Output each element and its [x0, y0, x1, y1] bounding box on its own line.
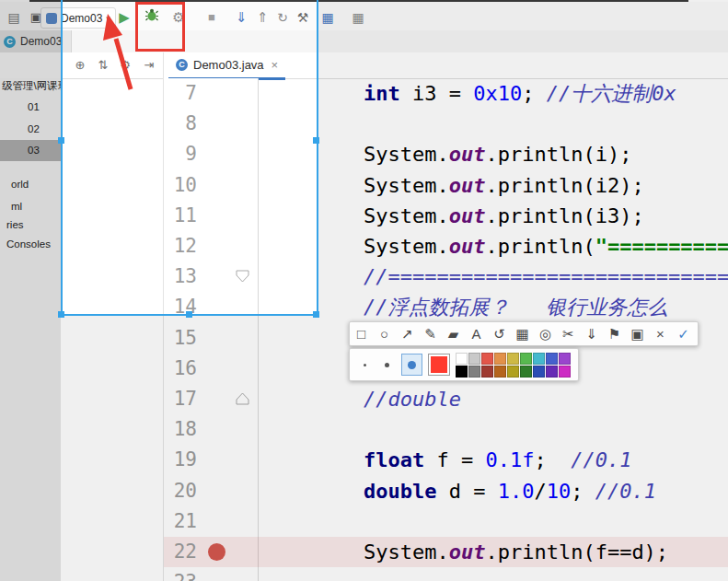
breakpoint-icon[interactable] [208, 543, 225, 561]
arrow-tool-icon[interactable]: ↗ [396, 322, 419, 345]
palette-color-swatch[interactable] [494, 366, 506, 378]
structure-grid-icon[interactable]: ▦ [348, 7, 368, 28]
code-text: float f = 0.1f; //0.1 [266, 445, 631, 475]
palette-color-swatch[interactable] [559, 366, 571, 378]
stroke-size-small[interactable] [357, 356, 374, 373]
hide-panel-icon[interactable]: ⇥ [141, 57, 157, 74]
cancel-icon[interactable]: × [649, 322, 672, 345]
code-text: //浮点数拓展？ 银行业务怎么 [266, 292, 667, 322]
save-icon[interactable]: ⇓ [580, 322, 603, 345]
fold-marker-icon[interactable] [236, 392, 249, 409]
code-line-14: 14 //浮点数拓展？ 银行业务怎么 [0, 292, 728, 322]
code-line-9: 9 System.out.println(i); [0, 139, 728, 169]
magnifier-icon[interactable]: ◎ [534, 322, 557, 345]
selection-handle-bottom[interactable] [186, 311, 192, 318]
line-number: 11 [164, 201, 197, 231]
build-icon[interactable]: ⚒ [293, 7, 313, 28]
palette-color-swatch[interactable] [507, 353, 519, 365]
pencil-tool-icon[interactable]: ✎ [419, 322, 442, 345]
palette-color-swatch[interactable] [533, 366, 545, 378]
ide-screenshot: Demo03 ▾ ▤▣▶⚙■⇓⇑↻⚒▦▦ C Demo03 C Demo03.j… [0, 0, 728, 581]
selection-handle-left[interactable] [58, 137, 64, 144]
line-number: 17 [164, 384, 197, 414]
line-number: 21 [164, 506, 197, 537]
palette-color-swatch[interactable] [507, 366, 519, 378]
editor-tab-demo03[interactable]: C Demo03.java × [168, 52, 285, 80]
mosaic-tool-icon[interactable]: ▦ [511, 322, 534, 345]
palette-color-swatch[interactable] [520, 353, 532, 365]
stop-icon[interactable]: ■ [202, 7, 222, 28]
code-text: System.out.println(i2); [266, 170, 644, 201]
copy-icon[interactable]: ▣ [626, 322, 649, 345]
marker-tool-icon[interactable]: ▰ [442, 322, 465, 345]
code-text: int i3 = 0x10; //十六进制0x [266, 78, 676, 109]
history-icon[interactable]: ↻ [272, 7, 293, 28]
code-line-23: 23 [0, 567, 728, 581]
confirm-icon[interactable]: ✓ [672, 322, 695, 345]
fold-marker-icon[interactable] [236, 270, 249, 286]
annotation-rectangle [135, 2, 185, 52]
code-text: System.out.println(f==d); [266, 537, 668, 567]
palette-color-swatch[interactable] [456, 353, 468, 365]
code-text: System.out.println(i3); [266, 201, 644, 231]
code-line-12: 12 System.out.println("=================… [0, 231, 728, 261]
line-number: 19 [164, 445, 197, 475]
line-number: 20 [164, 476, 197, 506]
run-configuration-dropdown[interactable]: Demo03 ▾ [40, 7, 116, 29]
palette-color-swatch[interactable] [494, 353, 506, 365]
line-number: 23 [164, 567, 197, 581]
screenshot-annotation-toolbar: □○↗✎▰A↺▦◎✂⇓⚑▣×✓ [349, 321, 699, 346]
chevron-down-icon: ▾ [106, 14, 110, 23]
vcs-commit-icon[interactable]: ⇑ [252, 7, 272, 28]
line-number: 9 [164, 139, 197, 169]
crop-icon[interactable]: ✂ [557, 322, 580, 345]
stroke-size-large[interactable] [401, 354, 423, 376]
code-text: //============================== [266, 261, 728, 292]
close-icon[interactable]: × [272, 58, 279, 72]
run-config-label: Demo03 [61, 12, 102, 25]
code-text: //double [266, 384, 461, 414]
settings-gear-icon[interactable]: ⚙ [117, 57, 133, 74]
undo-icon[interactable]: ↺ [488, 322, 511, 345]
code-text: System.out.println("====================… [266, 231, 728, 261]
line-number: 10 [164, 170, 197, 201]
palette-color-swatch[interactable] [520, 366, 532, 378]
selection-handle-right[interactable] [313, 137, 319, 144]
palette-color-swatch[interactable] [481, 353, 493, 365]
code-text: System.out.println(i); [266, 139, 631, 169]
line-number: 16 [164, 354, 197, 384]
selection-border-right [317, 0, 318, 316]
collapse-all-icon[interactable]: ⇅ [95, 57, 111, 74]
code-line-18: 18 [0, 414, 728, 445]
locate-icon[interactable]: ⊕ [72, 57, 88, 74]
palette-color-swatch[interactable] [468, 366, 480, 378]
vcs-update-icon[interactable]: ⇓ [231, 7, 251, 28]
class-icon: C [4, 36, 16, 48]
palette-color-swatch[interactable] [468, 353, 480, 365]
project-structure-icon[interactable]: ▣ [26, 7, 46, 28]
code-line-21: 21 [0, 506, 728, 537]
text-tool-icon[interactable]: A [465, 322, 488, 345]
terminal-icon[interactable]: ▤ [4, 7, 24, 28]
palette-color-swatch[interactable] [546, 366, 558, 378]
code-line-8: 8 [0, 109, 728, 139]
code-text: double d = 1.0/10; //0.1 [266, 476, 656, 506]
palette-color-swatch[interactable] [533, 353, 545, 365]
ellipse-tool-icon[interactable]: ○ [373, 322, 396, 345]
palette-color-swatch[interactable] [481, 366, 493, 378]
code-line-7: 7 int i3 = 0x10; //十六进制0x [0, 78, 728, 109]
stroke-size-medium[interactable] [379, 356, 396, 373]
code-line-13: 13 //============================== [0, 261, 728, 292]
services-grid-icon[interactable]: ▦ [318, 7, 338, 28]
color-palette [456, 353, 571, 378]
selection-handle-bottom-right[interactable] [313, 311, 319, 318]
pin-icon[interactable]: ⚑ [603, 322, 626, 345]
palette-color-swatch[interactable] [546, 353, 558, 365]
line-number: 15 [164, 323, 197, 354]
palette-color-swatch[interactable] [559, 353, 571, 365]
rect-tool-icon[interactable]: □ [350, 322, 373, 345]
line-number: 8 [164, 109, 197, 139]
run-icon[interactable]: ▶ [114, 7, 134, 28]
selection-handle-bottom-left[interactable] [58, 311, 64, 318]
palette-color-swatch[interactable] [456, 366, 468, 378]
